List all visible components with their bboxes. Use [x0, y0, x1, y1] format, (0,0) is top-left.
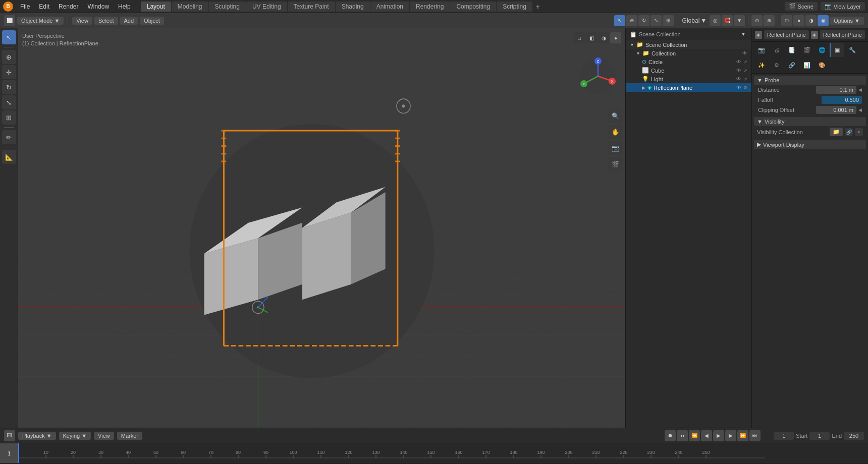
tab-scripting[interactable]: Scripting [497, 2, 532, 12]
measure-btn[interactable]: 📐 [2, 150, 16, 164]
tab-rendering[interactable]: Rendering [410, 2, 450, 12]
start-frame-input[interactable]: 1 [809, 432, 830, 440]
visibility-section-header[interactable]: ▼ Visibility [754, 117, 866, 126]
props-tab-world[interactable]: 🌐 [815, 43, 829, 57]
tab-shading[interactable]: Shading [336, 2, 370, 12]
annotate-btn[interactable]: ✏ [2, 130, 16, 144]
select-menu[interactable]: Select [94, 17, 118, 25]
prev-keyframe-btn[interactable]: ◀ [701, 430, 712, 441]
props-tab-data[interactable]: 📊 [799, 58, 813, 72]
probe-section-header[interactable]: ▼ Probe [754, 76, 866, 85]
render-preview-btn[interactable]: 🎬 [608, 157, 622, 171]
scene-selector[interactable]: 🎬 Scene [785, 2, 818, 11]
wireframe-btn[interactable]: □ [781, 15, 792, 26]
scale-tool[interactable]: ⤡ [650, 15, 662, 26]
transform-btn[interactable]: ⊞ [2, 110, 16, 125]
props-tab-modifier[interactable]: 🔧 [845, 43, 859, 57]
playback-btn[interactable]: Playback ▼ [18, 432, 56, 440]
outliner-filter-btn[interactable]: ▼ [739, 30, 747, 38]
material-preview-btn[interactable]: ◑ [805, 15, 817, 26]
next-frame-btn[interactable]: ⏩ [737, 430, 748, 441]
cursor-btn[interactable]: ⊕ [2, 50, 16, 64]
gizmo-btn[interactable]: ⊕ [764, 15, 775, 26]
fly-nav-btn[interactable]: 🖐 [608, 125, 622, 139]
snap-options-btn[interactable]: ▼ [734, 15, 745, 26]
cursor-tool[interactable]: ↖ [614, 15, 625, 26]
props-tab-material[interactable]: 🎨 [815, 58, 829, 72]
3d-viewport[interactable]: User Perspective (1) Collection | Reflec… [18, 28, 625, 428]
menu-render[interactable]: Render [55, 2, 82, 11]
circle-visibility-icon[interactable]: 👁 [736, 59, 741, 65]
outliner-item-cube[interactable]: ⬜ Cube 👁 ↗ [626, 66, 751, 75]
add-menu[interactable]: Add [120, 17, 138, 25]
menu-file[interactable]: File [16, 2, 34, 11]
props-tab-physics[interactable]: ⚙ [769, 58, 783, 72]
view-menu[interactable]: View [72, 17, 92, 25]
viewport-display-header[interactable]: ▶ Viewport Display [754, 140, 866, 149]
props-data-name-input[interactable]: ReflectionPlane [820, 30, 865, 39]
tab-sculpting[interactable]: Sculpting [209, 2, 246, 12]
object-mode-selector[interactable]: Object Mode ▼ [17, 17, 64, 25]
visibility-collection-btn[interactable]: 📁 [830, 128, 843, 136]
tab-animation[interactable]: Animation [370, 2, 409, 12]
props-tab-render[interactable]: 📷 [754, 43, 768, 57]
options-btn[interactable]: Options ▼ [830, 17, 864, 25]
solid-btn[interactable]: ● [793, 15, 804, 26]
outliner-item-light[interactable]: 💡 Light 👁 ↗ [626, 75, 751, 83]
global-transform-selector[interactable]: Global ▼ [680, 15, 709, 26]
jump-end-btn[interactable]: ⏭ [749, 430, 761, 441]
rotate-btn[interactable]: ↻ [2, 80, 16, 94]
timeline-ruler[interactable]: 1 1 10 20 30 40 50 60 70 80 90 100 110 1… [0, 443, 868, 463]
overlay-btn[interactable]: ⊙ [751, 15, 763, 26]
props-tab-object[interactable]: ▣ [830, 43, 844, 57]
light-visibility-icon[interactable]: 👁 [736, 76, 741, 82]
tab-modeling[interactable]: Modeling [172, 2, 208, 12]
menu-edit[interactable]: Edit [35, 2, 53, 11]
tab-layout[interactable]: Layout [141, 2, 171, 12]
next-keyframe-btn[interactable]: ▶ [725, 430, 736, 441]
add-workspace-button[interactable]: + [533, 2, 543, 12]
viewport-shading-2[interactable]: ◧ [586, 32, 597, 43]
reflection-plane-visibility-icon[interactable]: 👁 [736, 85, 741, 90]
props-tab-output[interactable]: 🖨 [769, 43, 783, 57]
jump-start-btn[interactable]: ⏮ [677, 430, 688, 441]
record-btn[interactable]: ⏺ [665, 430, 676, 441]
editor-type-button[interactable]: ⬜ [4, 15, 15, 26]
outliner-scene-collection[interactable]: ▼ 📁 Scene Collection [626, 40, 751, 49]
props-tab-scene[interactable]: 🎬 [799, 43, 813, 57]
timeline-view-btn[interactable]: View [94, 432, 114, 440]
tab-compositing[interactable]: Compositing [450, 2, 496, 12]
visibility-dot-btn[interactable]: • [855, 128, 863, 136]
outliner-item-circle[interactable]: ⊙ Circle 👁 ↗ [626, 57, 751, 66]
menu-help[interactable]: Help [114, 2, 135, 11]
zoom-to-fit-btn[interactable]: 🔍 [608, 109, 622, 123]
cube-visibility-icon[interactable]: 👁 [736, 68, 741, 73]
menu-window[interactable]: Window [83, 2, 113, 11]
move-btn[interactable]: ✛ [2, 65, 16, 79]
viewport-shading-3[interactable]: ◑ [598, 32, 609, 43]
outliner-item-reflection-plane[interactable]: ▶ ◈ ReflectionPlane 👁 ⚙ [626, 83, 751, 92]
current-frame-input[interactable]: 1 [774, 432, 794, 440]
view-layer-selector[interactable]: 📷 View Layer [821, 2, 865, 11]
outliner-item-collection[interactable]: ▼ 📁 Collection 👁 [632, 49, 751, 57]
snap-btn[interactable]: 🧲 [722, 15, 733, 26]
play-btn[interactable]: ▶ [713, 430, 724, 441]
props-tab-constraints[interactable]: 🔗 [784, 58, 798, 72]
prev-frame-btn[interactable]: ⏪ [689, 430, 700, 441]
tab-uv-editing[interactable]: UV Editing [246, 2, 287, 12]
transform-tool[interactable]: ⊞ [663, 15, 674, 26]
visibility-link-btn[interactable]: 🔗 [845, 128, 853, 136]
select-tool-btn[interactable]: ↖ [2, 30, 16, 44]
probe-clipping-input[interactable]: 0.001 m [816, 106, 856, 114]
scale-btn[interactable]: ⤡ [2, 95, 16, 109]
props-tab-particles[interactable]: ✨ [754, 58, 768, 72]
viewport-shading-4[interactable]: ● [610, 32, 621, 43]
move-tool[interactable]: ⊕ [626, 15, 637, 26]
props-tab-view-layer[interactable]: 📑 [784, 43, 798, 57]
keying-btn[interactable]: Keying ▼ [59, 432, 91, 440]
collection-visibility-icon[interactable]: 👁 [742, 50, 747, 56]
camera-btn[interactable]: 📷 [608, 141, 622, 155]
viewport-shading-1[interactable]: □ [574, 32, 585, 43]
axes-gizmo[interactable]: Z X Y [578, 56, 618, 96]
probe-falloff-input[interactable]: 0.500 [822, 96, 862, 104]
